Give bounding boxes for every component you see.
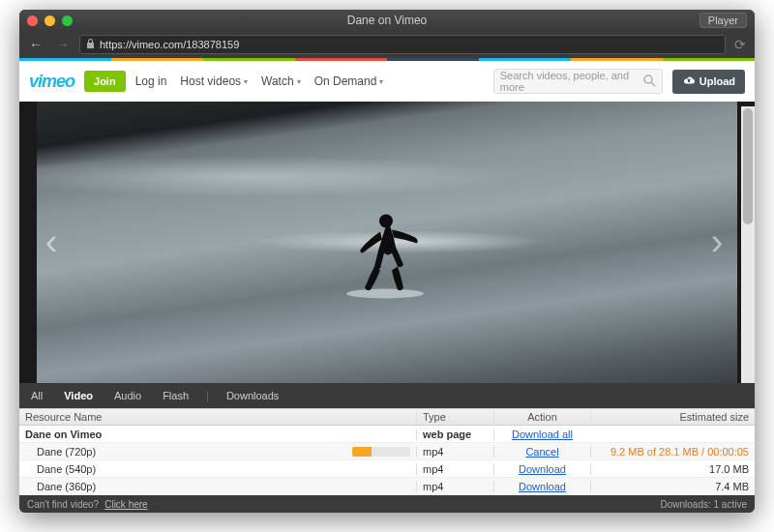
header-size[interactable]: Estimated size: [590, 411, 755, 423]
lock-icon: [86, 39, 96, 50]
nav-link[interactable]: On Demand▾: [314, 74, 384, 88]
svg-point-3: [379, 215, 393, 228]
resource-type: web page: [416, 429, 493, 440]
table-row[interactable]: Dane (540p)mp4Download17.0 MB: [19, 460, 755, 478]
tab-audio[interactable]: Audio: [110, 388, 145, 403]
table-row[interactable]: Dane (720p)mp4Cancel9.2 MB of 28.1 MB / …: [19, 443, 755, 460]
video-player[interactable]: ‹ ›: [19, 102, 755, 383]
resource-type: mp4: [416, 463, 493, 475]
nav-link[interactable]: Host videos▾: [180, 74, 248, 88]
upload-label: Upload: [700, 75, 735, 87]
resource-type: mp4: [416, 446, 493, 458]
nav-link[interactable]: Log in: [135, 74, 167, 88]
downloads-status: Downloads: 1 active: [661, 499, 748, 510]
upload-button[interactable]: Upload: [672, 70, 745, 94]
header-action[interactable]: Action: [493, 411, 590, 423]
traffic-lights: [27, 15, 73, 26]
join-button[interactable]: Join: [84, 71, 126, 92]
header-type[interactable]: Type: [416, 411, 493, 423]
footer-link[interactable]: Click here: [104, 499, 147, 510]
tab-all[interactable]: All: [27, 388, 46, 403]
scrollbar-thumb[interactable]: [743, 108, 753, 224]
action-link[interactable]: Download all: [512, 429, 573, 440]
scrollbar[interactable]: [741, 106, 755, 383]
table-row[interactable]: Dane (360p)mp4Download7.4 MB: [19, 478, 755, 495]
back-button[interactable]: ←: [25, 34, 46, 55]
resource-size: 7.4 MB: [590, 481, 755, 492]
url-input[interactable]: https://vimeo.com/183878159: [79, 35, 726, 54]
chevron-down-icon: ▾: [379, 77, 383, 86]
resource-type: mp4: [416, 481, 493, 492]
search-placeholder: Search videos, people, and more: [500, 70, 640, 93]
resource-name: Dane (540p): [25, 463, 96, 475]
close-window-button[interactable]: [27, 15, 38, 26]
table-row[interactable]: Dane on Vimeoweb pageDownload all: [19, 426, 755, 443]
maximize-window-button[interactable]: [62, 15, 73, 26]
cloud-upload-icon: [682, 75, 696, 88]
action-link[interactable]: Download: [519, 463, 566, 475]
url-text: https://vimeo.com/183878159: [100, 39, 239, 50]
resource-size: 9.2 MB of 28.1 MB / 00:00:05: [590, 446, 755, 458]
filter-tabs: AllVideoAudioFlash | Downloads: [19, 383, 755, 408]
next-arrow[interactable]: ›: [702, 214, 731, 272]
svg-point-2: [346, 289, 424, 299]
vimeo-logo[interactable]: vimeo: [29, 72, 74, 92]
tab-flash[interactable]: Flash: [159, 388, 193, 403]
minimize-window-button[interactable]: [45, 15, 55, 26]
titlebar: Dane on Vimeo Player: [19, 10, 755, 31]
downloads-table: Resource Name Type Action Estimated size…: [19, 408, 755, 495]
resource-name: Dane (720p): [25, 446, 96, 458]
vimeo-header: vimeo Join Log inHost videos▾Watch▾On De…: [19, 61, 755, 102]
svg-point-0: [644, 75, 652, 83]
action-link[interactable]: Download: [519, 481, 566, 492]
search-input[interactable]: Search videos, people, and more: [493, 69, 663, 94]
action-link[interactable]: Cancel: [525, 446, 558, 458]
window-title: Dane on Vimeo: [19, 14, 755, 27]
surfer-figure: [343, 211, 431, 303]
table-header: Resource Name Type Action Estimated size: [19, 408, 755, 426]
tab-downloads[interactable]: Downloads: [223, 388, 283, 403]
nav-link[interactable]: Watch▾: [261, 74, 301, 88]
svg-line-1: [651, 82, 655, 86]
tab-video[interactable]: Video: [60, 388, 97, 403]
forward-button[interactable]: →: [52, 34, 74, 55]
chevron-down-icon: ▾: [244, 77, 248, 86]
resource-size: 17.0 MB: [590, 463, 755, 475]
reload-button[interactable]: ⟳: [731, 37, 749, 52]
resource-name: Dane on Vimeo: [25, 429, 102, 440]
footer-question: Can't find video?: [27, 499, 99, 510]
status-bar: Can't find video? Click here Downloads: …: [19, 495, 755, 513]
header-name[interactable]: Resource Name: [19, 411, 416, 423]
player-button[interactable]: Player: [700, 13, 747, 28]
resource-name: Dane (360p): [25, 481, 96, 492]
address-bar: ← → https://vimeo.com/183878159 ⟳: [19, 31, 755, 58]
tab-separator: |: [206, 390, 209, 401]
prev-arrow[interactable]: ‹: [37, 214, 66, 272]
search-icon: [643, 74, 656, 89]
app-window: Dane on Vimeo Player ← → https://vimeo.c…: [19, 10, 755, 513]
progress-bar: [352, 447, 410, 457]
chevron-down-icon: ▾: [297, 77, 301, 86]
